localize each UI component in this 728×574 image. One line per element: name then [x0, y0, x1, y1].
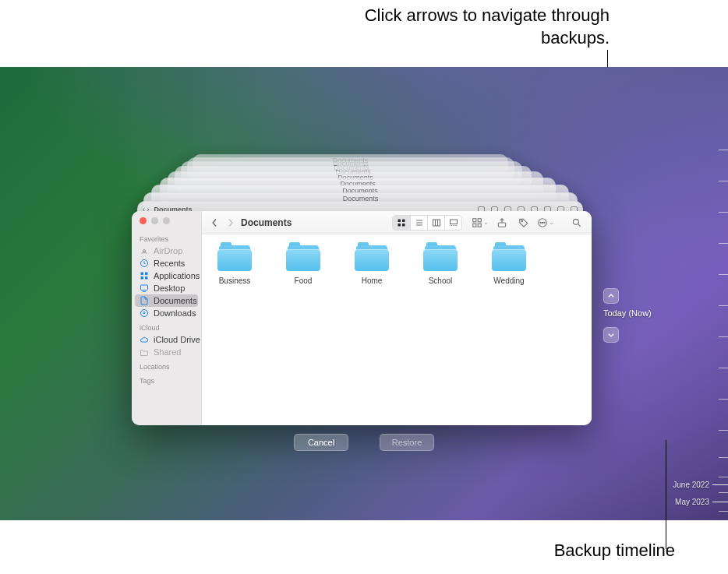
sidebar-item-label: Downloads [154, 308, 196, 318]
action-buttons: Cancel Restore [0, 434, 728, 451]
svg-rect-15 [478, 218, 481, 221]
folder-label: School [429, 276, 453, 285]
sidebar-item-label: Applications [154, 271, 200, 280]
folder-icon [217, 245, 252, 273]
folder-label: Home [362, 276, 383, 285]
sidebar-heading-favorites: Favorites [140, 235, 201, 243]
current-backup-label: Today (Now) [603, 308, 652, 318]
timeline-label: June 2022 [673, 481, 709, 489]
sidebar-item-downloads[interactable]: Downloads [132, 307, 201, 319]
sidebar-item-documents[interactable]: Documents [135, 294, 198, 307]
group-by-button[interactable]: ⌄ [472, 215, 489, 231]
column-view-button[interactable] [427, 216, 444, 230]
svg-rect-12 [433, 220, 440, 226]
share-button[interactable] [493, 215, 511, 231]
svg-rect-16 [473, 224, 476, 227]
folder-icon [423, 245, 458, 273]
sidebar-item-label: Shared [154, 347, 181, 357]
close-button[interactable] [140, 217, 147, 224]
folder-label: Wedding [493, 276, 524, 285]
view-switcher [392, 215, 462, 231]
shared-folder-icon [140, 347, 149, 357]
callout-line-timeline [666, 440, 666, 549]
airdrop-icon [140, 246, 149, 255]
folder-item[interactable]: Business [211, 245, 258, 285]
finder-toolbar: Documents ⌄ ⌄ [202, 211, 592, 234]
folder-item[interactable]: Wedding [486, 245, 532, 285]
svg-rect-8 [398, 219, 401, 222]
chevron-up-icon [607, 292, 615, 300]
svg-point-21 [540, 222, 541, 223]
search-button[interactable] [568, 215, 585, 231]
sidebar-item-desktop[interactable]: Desktop [132, 282, 201, 294]
sidebar-item-label: AirDrop [154, 246, 182, 255]
zoom-button[interactable] [163, 217, 170, 224]
finder-sidebar: Favorites AirDrop Recents Applications D… [132, 211, 202, 425]
sidebar-item-label: Documents [154, 296, 197, 305]
sidebar-heading-tags: Tags [140, 377, 201, 385]
clock-icon [140, 259, 149, 268]
sidebar-item-recents[interactable]: Recents [132, 257, 201, 269]
sidebar-heading-icloud: iCloud [140, 324, 201, 332]
svg-rect-14 [473, 218, 476, 221]
annotation-timeline: Backup timeline [554, 540, 675, 562]
sidebar-item-airdrop[interactable]: AirDrop [132, 245, 201, 257]
svg-rect-17 [478, 224, 481, 227]
gallery-view-button[interactable] [444, 216, 461, 230]
tags-button[interactable] [515, 215, 532, 231]
folder-icon [355, 245, 389, 273]
svg-rect-4 [141, 276, 144, 280]
cancel-button[interactable]: Cancel [294, 434, 348, 451]
folder-label: Food [295, 276, 313, 285]
nav-earlier-button[interactable] [603, 288, 619, 304]
nav-later-button[interactable] [603, 327, 619, 343]
list-view-button[interactable] [410, 216, 427, 230]
sidebar-item-label: iCloud Drive [154, 335, 200, 344]
sidebar-item-shared[interactable]: Shared [132, 346, 201, 358]
timeline-label: May 2023 [675, 498, 709, 506]
annotation-arrows: Click arrows to navigate through backups… [329, 5, 610, 49]
sidebar-item-applications[interactable]: Applications [132, 269, 201, 282]
svg-point-19 [521, 220, 523, 221]
svg-rect-13 [450, 220, 457, 224]
folder-icon [286, 245, 320, 273]
svg-point-24 [573, 219, 578, 224]
folder-icon [492, 245, 526, 273]
document-icon [140, 296, 149, 305]
apps-icon [140, 271, 149, 280]
time-machine-desktop: Documents Documents Documents Documents … [0, 67, 728, 520]
desktop-icon [140, 283, 149, 293]
back-button[interactable] [208, 215, 221, 231]
restore-button[interactable]: Restore [380, 434, 434, 451]
chevron-down-icon [607, 331, 615, 339]
icon-view-button[interactable] [393, 216, 410, 230]
svg-rect-2 [141, 273, 144, 276]
finder-content: Business Food Home School Wedding [202, 234, 592, 425]
folder-item[interactable]: Home [348, 245, 395, 285]
svg-rect-11 [402, 224, 405, 227]
cloud-icon [140, 335, 149, 344]
finder-main: Documents ⌄ ⌄ [202, 211, 592, 425]
svg-rect-3 [145, 273, 148, 276]
finder-window: Favorites AirDrop Recents Applications D… [132, 211, 592, 425]
sidebar-item-label: Desktop [154, 283, 185, 293]
svg-rect-18 [498, 223, 505, 227]
svg-rect-9 [402, 219, 405, 222]
backup-nav: Today (Now) [603, 288, 652, 343]
sidebar-heading-locations: Locations [140, 363, 201, 371]
svg-rect-5 [145, 276, 148, 280]
action-button[interactable]: ⌄ [537, 215, 554, 231]
svg-point-23 [544, 222, 545, 223]
window-controls [132, 217, 201, 231]
backup-timeline[interactable]: June 2022 May 2023 Yesterday Now [684, 134, 728, 520]
folder-label: Business [219, 276, 251, 285]
svg-rect-6 [141, 285, 148, 291]
window-title: Documents [241, 217, 292, 228]
folder-item[interactable]: School [417, 245, 464, 285]
folder-item[interactable]: Food [280, 245, 327, 285]
minimize-button[interactable] [151, 217, 158, 224]
sidebar-item-icloud-drive[interactable]: iCloud Drive [132, 333, 201, 346]
sidebar-item-label: Recents [154, 259, 185, 268]
forward-button[interactable] [224, 215, 236, 231]
svg-point-22 [542, 222, 542, 223]
